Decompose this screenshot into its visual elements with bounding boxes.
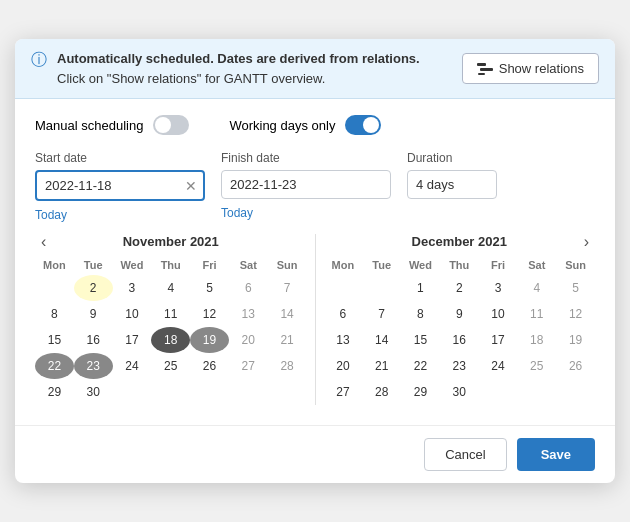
table-row[interactable]: 24 [113,353,152,379]
table-row[interactable]: 14 [362,327,401,353]
table-row[interactable]: 8 [401,301,440,327]
duration-input[interactable] [407,170,497,199]
table-row[interactable]: 4 [517,275,556,301]
table-row[interactable]: 12 [556,301,595,327]
start-date-input[interactable] [35,170,205,201]
clear-start-date-button[interactable]: ✕ [185,179,197,193]
table-row[interactable]: 27 [324,379,363,405]
finish-date-label: Finish date [221,151,391,165]
table-row[interactable]: 3 [113,275,152,301]
working-days-label: Working days only [229,118,335,133]
col-sat: Sat [517,257,556,275]
table-row[interactable]: 1 [401,275,440,301]
table-row[interactable]: 7 [268,275,307,301]
table-row[interactable]: 12 [190,301,229,327]
table-row[interactable]: 22 [35,353,74,379]
november-header: ‹ November 2021 [35,234,307,249]
table-row[interactable]: 25 [151,353,190,379]
table-row[interactable]: 19 [190,327,229,353]
december-title: December 2021 [412,234,507,249]
col-sun: Sun [556,257,595,275]
options-row: Manual scheduling Working days only [35,115,595,135]
table-row[interactable]: 11 [517,301,556,327]
table-row[interactable]: 11 [151,301,190,327]
manual-scheduling-knob [155,117,171,133]
table-row [324,275,363,301]
table-row[interactable]: 27 [229,353,268,379]
table-row[interactable]: 20 [229,327,268,353]
table-row[interactable]: 5 [190,275,229,301]
table-row[interactable]: 30 [440,379,479,405]
table-row[interactable]: 13 [229,301,268,327]
table-row[interactable]: 5 [556,275,595,301]
table-row[interactable]: 29 [401,379,440,405]
calendars-row: ‹ November 2021 Mon Tue Wed Thu Fri Sat … [35,234,595,405]
table-row[interactable]: 2 [74,275,113,301]
finish-date-input[interactable] [221,170,391,199]
table-row[interactable]: 29 [35,379,74,405]
table-row[interactable]: 17 [113,327,152,353]
gantt-icon [477,62,493,76]
table-row[interactable]: 16 [440,327,479,353]
december-calendar: December 2021 › Mon Tue Wed Thu Fri Sat … [324,234,596,405]
show-relations-button[interactable]: Show relations [462,53,599,84]
table-row[interactable]: 19 [556,327,595,353]
table-row [268,379,307,405]
table-row[interactable]: 9 [440,301,479,327]
table-row[interactable]: 7 [362,301,401,327]
table-row[interactable]: 25 [517,353,556,379]
table-row[interactable]: 18 [151,327,190,353]
table-row[interactable]: 30 [74,379,113,405]
table-row[interactable]: 23 [440,353,479,379]
table-row[interactable]: 28 [362,379,401,405]
table-row[interactable]: 10 [113,301,152,327]
table-row[interactable]: 13 [324,327,363,353]
save-button[interactable]: Save [517,438,595,471]
manual-scheduling-toggle[interactable] [153,115,189,135]
table-row[interactable]: 15 [401,327,440,353]
table-row [517,379,556,405]
table-row[interactable]: 15 [35,327,74,353]
dialog-footer: Cancel Save [15,425,615,483]
table-row[interactable]: 26 [190,353,229,379]
manual-scheduling-group: Manual scheduling [35,115,189,135]
table-row[interactable]: 8 [35,301,74,327]
table-row[interactable]: 9 [74,301,113,327]
table-row[interactable]: 18 [517,327,556,353]
col-tue: Tue [362,257,401,275]
table-row[interactable]: 2 [440,275,479,301]
table-row[interactable]: 20 [324,353,363,379]
table-row[interactable]: 6 [229,275,268,301]
working-days-toggle[interactable] [345,115,381,135]
table-row[interactable]: 26 [556,353,595,379]
table-row[interactable]: 16 [74,327,113,353]
december-header: December 2021 › [324,234,596,249]
cancel-button[interactable]: Cancel [424,438,506,471]
table-row[interactable]: 4 [151,275,190,301]
table-row[interactable]: 22 [401,353,440,379]
dialog-content: Manual scheduling Working days only Star… [15,99,615,417]
table-row[interactable]: 17 [479,327,518,353]
table-row[interactable]: 21 [362,353,401,379]
table-row[interactable]: 24 [479,353,518,379]
start-date-today-link[interactable]: Today [35,208,205,222]
table-row[interactable]: 3 [479,275,518,301]
next-month-button[interactable]: › [578,233,595,251]
col-tue: Tue [74,257,113,275]
svg-rect-1 [480,68,493,71]
info-line1: Automatically scheduled. Dates are deriv… [57,49,420,69]
table-row [151,379,190,405]
col-wed: Wed [401,257,440,275]
finish-date-today-link[interactable]: Today [221,206,391,220]
table-row[interactable]: 23 [74,353,113,379]
table-row[interactable]: 14 [268,301,307,327]
table-row [556,379,595,405]
table-row [362,275,401,301]
table-row[interactable]: 6 [324,301,363,327]
prev-month-button[interactable]: ‹ [35,233,52,251]
table-row[interactable]: 21 [268,327,307,353]
table-row [190,379,229,405]
table-row[interactable]: 28 [268,353,307,379]
table-row[interactable]: 10 [479,301,518,327]
table-row [229,379,268,405]
